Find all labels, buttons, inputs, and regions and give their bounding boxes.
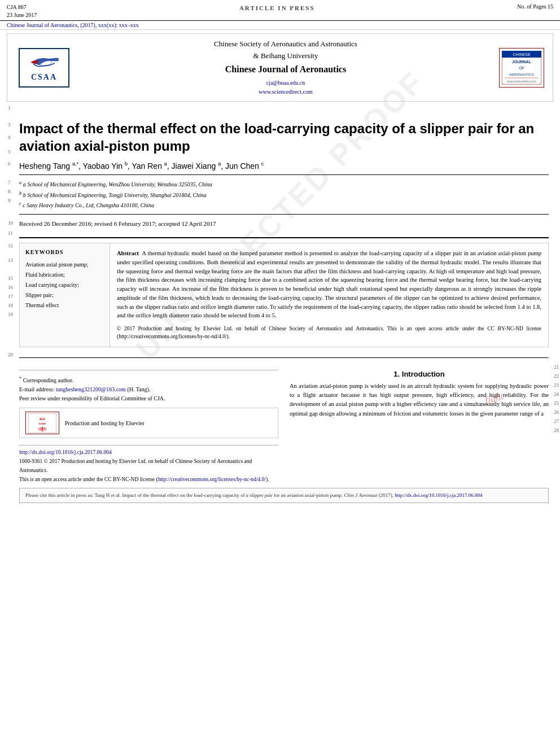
right-column: 21 22 23 24 25 26 27 28 1. Introduction … [290, 364, 549, 484]
doi-link[interactable]: http://dx.doi.org/10.1016/j.cja.2017.06.… [19, 449, 112, 455]
keywords-list: Aviation axial piston pump; Fluid lubric… [25, 260, 104, 311]
affiliation-2: b b School of Mechanical Engineering, To… [19, 190, 549, 199]
journal-link-line: Chinese Journal of Aeronautics, (2017), … [0, 21, 560, 30]
abstract-section: KEYWORDS Aviation axial piston pump; Flu… [19, 243, 549, 347]
csaa-box: CSAA [19, 48, 69, 88]
header-left: CJA 867 23 June 2017 [7, 3, 37, 19]
intro-heading: 1. Introduction [290, 370, 549, 378]
journal-logo-right: CHINESE JOURNAL OF AERONAUTICS www.scien… [496, 48, 547, 88]
elsevier-logo-svg: ELS EVIER [28, 413, 56, 433]
svg-text:JOURNAL: JOURNAL [512, 60, 532, 64]
affiliation-3: c c Sany Heavy Industry Co., Ltd, Changs… [19, 200, 549, 209]
keyword-2: Fluid lubrication; [25, 270, 104, 280]
article-in-press: ARTICLE IN PRESS [239, 5, 315, 11]
page-header: CJA 867 23 June 2017 ARTICLE IN PRESS No… [0, 0, 560, 21]
journal-title: Chinese Journal of Aeronautics [75, 62, 496, 77]
journal-logo-svg: CHINESE JOURNAL OF AERONAUTICS www.scien… [502, 51, 541, 85]
banner-links: cja@buaa.edu.cn www.sciencedirect.com [75, 78, 496, 97]
author-email-link[interactable]: tanghesheng321200@163.com [56, 386, 126, 392]
license-text: This is an open access article under the… [19, 477, 269, 482]
svg-text:AERONAUTICS: AERONAUTICS [509, 73, 533, 76]
citation-text: Please cite this article in press as: Ta… [25, 492, 482, 498]
website-link[interactable]: www.sciencedirect.com [259, 89, 312, 95]
abstract-column: Abstract A thermal hydraulic model based… [110, 243, 548, 347]
peer-review-line: Peer review under responsibility of Edit… [19, 394, 278, 403]
affiliation-1: a a School of Mechanical Engineering, We… [19, 180, 549, 189]
elsevier-logo: ELS EVIER [25, 412, 59, 434]
journal-logo-box: CHINESE JOURNAL OF AERONAUTICS www.scien… [499, 48, 544, 88]
cja-number: CJA 867 [7, 3, 37, 11]
svg-text:EVIER: EVIER [39, 422, 46, 425]
corresponding-author-box: * Corresponding author. E-mail address: … [19, 370, 278, 403]
society-line2: & Beihang University [75, 50, 496, 62]
abstract-label: Abstract [117, 250, 139, 256]
intro-text: An aviation axial-piston pump is widely … [290, 382, 549, 418]
elsevier-section: ELS EVIER Production and hosting by Else… [19, 408, 278, 438]
email-line: E-mail address: tanghesheng321200@163.co… [19, 385, 278, 394]
citation-box: Please cite this article in press as: Ta… [19, 488, 549, 504]
society-line1: Chinese Society of Aeronautics and Astro… [75, 38, 496, 50]
authors: Hesheng Tang a,*, Yaobao Yin b, Yan Ren … [19, 161, 549, 171]
affiliations: a a School of Mechanical Engineering, We… [19, 180, 549, 209]
csaa-label: CSAA [31, 73, 57, 82]
copyright-text: © 2017 Production and hosting by Elsevie… [117, 325, 541, 341]
journal-link[interactable]: Chinese Journal of Aeronautics, (2017), … [7, 22, 139, 28]
issn-text: 1000-9361 © 2017 Production and hosting … [19, 458, 252, 473]
banner-center-text: Chinese Society of Aeronautics and Astro… [75, 38, 496, 97]
keyword-4: Slipper pair; [25, 290, 104, 300]
keywords-column: KEYWORDS Aviation axial piston pump; Flu… [20, 243, 110, 347]
received-line: Received 26 December 2016; revised 6 Feb… [19, 220, 549, 227]
article-title: Impact of the thermal effect on the load… [19, 120, 549, 155]
keyword-5: Thermal effect [25, 300, 104, 311]
citation-doi-link[interactable]: http://dx.doi.org/10.1016/j.cja.2017.06.… [395, 492, 482, 498]
svg-text:CHINESE: CHINESE [513, 53, 530, 56]
svg-text:OF: OF [519, 66, 524, 70]
keyword-3: Load carrying capacity; [25, 280, 104, 290]
copyright-line1: © 2017 Production and hosting by Elsevie… [117, 326, 541, 339]
email-link[interactable]: cja@buaa.edu.cn [266, 80, 305, 86]
csaa-logo: CSAA [13, 48, 75, 88]
elsevier-hosting-text: Production and hosting by Elsevier [65, 420, 145, 426]
doi-footer: http://dx.doi.org/10.1016/j.cja.2017.06.… [19, 445, 278, 484]
svg-text:www.sciencedirect.com: www.sciencedirect.com [507, 80, 536, 83]
star-sup: * [19, 376, 21, 381]
journal-banner: CSAA Chinese Society of Aeronautics and … [7, 33, 553, 102]
abstract-text: A thermal hydraulic model based on the l… [117, 250, 541, 318]
license-link[interactable]: http://creativecommons.org/licenses/by-n… [158, 477, 266, 482]
page-count: No. of Pages 15 [517, 3, 553, 10]
svg-text:ELS: ELS [40, 417, 45, 421]
keyword-1: Aviation axial piston pump; [25, 260, 104, 270]
star-note: * Corresponding author. [19, 375, 278, 385]
keywords-heading: KEYWORDS [25, 249, 104, 255]
csaa-plane-icon [27, 53, 61, 73]
date: 23 June 2017 [7, 11, 37, 19]
left-column: * Corresponding author. E-mail address: … [19, 364, 278, 484]
